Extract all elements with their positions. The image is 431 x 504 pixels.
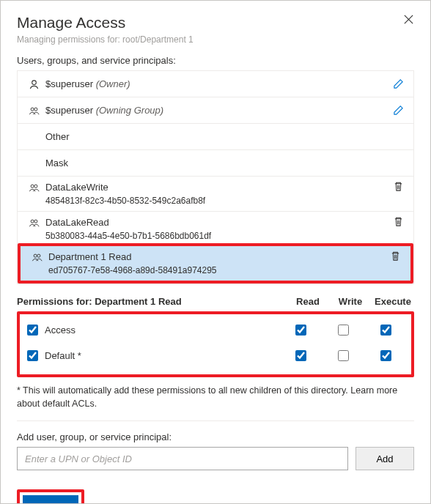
principal-name: DataLakeWrite4854813f-82c3-4b50-8532-549…	[43, 181, 390, 207]
edit-icon[interactable]	[390, 105, 406, 116]
principal-name: Other	[43, 130, 406, 144]
perm-access-execute[interactable]	[380, 325, 391, 336]
principal-row[interactable]: Mask	[18, 149, 413, 176]
perm-access-enable[interactable]	[27, 325, 38, 336]
add-button[interactable]: Add	[356, 447, 414, 470]
manage-access-panel: Manage Access Managing permissions for: …	[0, 0, 431, 504]
svg-point-7	[34, 254, 37, 257]
perm-label: Access	[40, 325, 75, 336]
principal-row[interactable]: Department 1 Readed705767-7e58-4968-a89d…	[21, 246, 410, 281]
close-icon[interactable]	[403, 14, 414, 27]
perm-access-write[interactable]	[338, 325, 349, 336]
perm-col-execute: Execute	[372, 296, 414, 307]
group-icon	[25, 216, 43, 229]
principals-list: $superuser (Owner) $superuser (Owning Gr…	[17, 70, 414, 284]
principal-name: Department 1 Readed705767-7e58-4968-a89d…	[45, 251, 387, 276]
svg-point-2	[34, 108, 37, 111]
perm-default-execute[interactable]	[380, 350, 391, 361]
delete-icon[interactable]	[390, 216, 406, 227]
svg-point-5	[31, 220, 34, 223]
divider	[17, 420, 414, 421]
svg-point-4	[34, 185, 37, 188]
principal-row[interactable]: $superuser (Owning Group)	[18, 97, 413, 123]
group-icon	[25, 181, 43, 193]
perm-col-read: Read	[287, 296, 329, 307]
svg-point-0	[32, 81, 36, 85]
principal-name: $superuser (Owning Group)	[43, 104, 390, 117]
delete-icon[interactable]	[387, 251, 403, 262]
highlight-selected-principal: Department 1 Readed705767-7e58-4968-a89d…	[18, 243, 413, 284]
svg-point-6	[34, 220, 37, 223]
page-title: Manage Access	[17, 14, 125, 32]
group-icon	[25, 104, 43, 116]
principal-row[interactable]: DataLakeWrite4854813f-82c3-4b50-8532-549…	[18, 176, 413, 211]
perm-access-read[interactable]	[295, 325, 306, 336]
perm-default-enable[interactable]	[27, 350, 38, 361]
principal-name: Mask	[43, 157, 406, 170]
permissions-header: Permissions for: Department 1 Read Read …	[17, 296, 414, 307]
perm-row-access: Access	[24, 317, 407, 343]
edit-icon[interactable]	[390, 78, 406, 89]
delete-icon[interactable]	[390, 181, 406, 192]
perm-default-write[interactable]	[338, 350, 349, 361]
svg-point-1	[31, 108, 34, 111]
principal-row[interactable]: Other	[18, 123, 413, 149]
principal-name: $superuser (Owner)	[43, 78, 390, 91]
add-principal-input[interactable]	[17, 447, 348, 470]
perm-col-write: Write	[329, 296, 372, 307]
breadcrumb: Managing permissions for: root/Departmen…	[17, 34, 414, 45]
svg-point-8	[37, 254, 40, 257]
perm-row-default: Default *	[24, 343, 407, 368]
blank-icon	[25, 163, 43, 164]
person-icon	[25, 78, 43, 90]
blank-icon	[25, 136, 43, 138]
perm-label: Default *	[40, 350, 81, 361]
save-button[interactable]: Save	[23, 495, 78, 504]
default-acl-note: * This will automatically add these perm…	[17, 385, 414, 410]
principal-row[interactable]: $superuser (Owner)	[18, 70, 413, 97]
group-icon	[28, 251, 45, 263]
highlight-permissions: Access Default *	[17, 311, 414, 377]
highlight-save: Save	[17, 489, 84, 504]
svg-point-3	[31, 185, 34, 188]
principal-row[interactable]: DataLakeRead5b380083-44a5-4e50-b7b1-5686…	[18, 211, 413, 243]
principals-label: Users, groups, and service principals:	[17, 55, 414, 66]
principal-name: DataLakeRead5b380083-44a5-4e50-b7b1-5686…	[43, 216, 390, 242]
add-principal-label: Add user, group, or service principal:	[17, 431, 414, 442]
perm-default-read[interactable]	[295, 350, 306, 361]
